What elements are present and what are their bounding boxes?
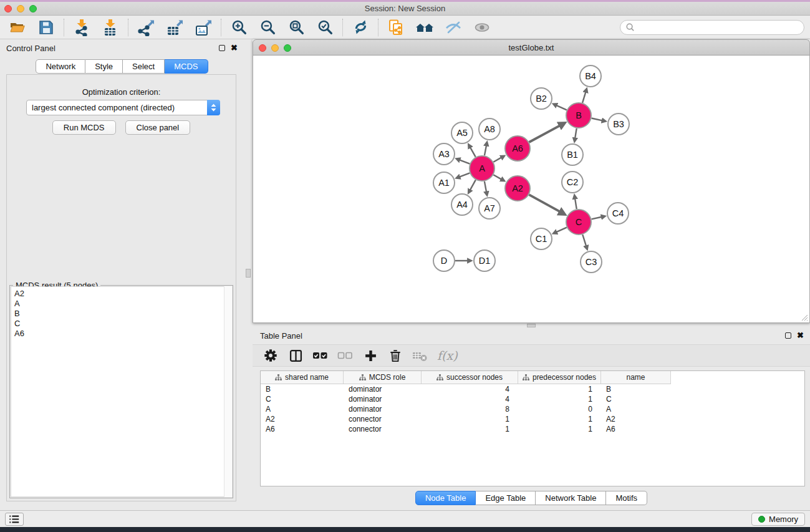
deselect-all-button[interactable] xyxy=(337,347,354,364)
edge-A-A1[interactable] xyxy=(460,173,470,177)
graph-node-C3[interactable]: C3 xyxy=(581,251,602,273)
graph-node-B2[interactable]: B2 xyxy=(531,88,552,109)
zoom-in-button[interactable] xyxy=(229,18,248,37)
edge-B-B1[interactable] xyxy=(575,128,577,138)
delete-table-button[interactable] xyxy=(412,347,428,364)
edge-A-A4[interactable] xyxy=(470,180,476,190)
zoom-out-button[interactable] xyxy=(258,18,277,37)
resize-grip-icon[interactable] xyxy=(801,314,808,321)
graph-node-A7[interactable]: A7 xyxy=(479,198,500,219)
column-header-name[interactable]: name xyxy=(601,371,671,384)
tab-motifs[interactable]: Motifs xyxy=(606,491,647,505)
export-table-button[interactable] xyxy=(165,18,184,37)
select-all-button[interactable] xyxy=(312,347,329,364)
zoom-fit-button[interactable] xyxy=(287,18,306,37)
tab-network-table[interactable]: Network Table xyxy=(536,491,606,505)
refresh-view-button[interactable] xyxy=(351,18,370,37)
add-column-button[interactable] xyxy=(362,347,378,364)
edge-A-A8[interactable] xyxy=(485,145,486,155)
import-table-button[interactable] xyxy=(101,18,120,37)
graph-node-B4[interactable]: B4 xyxy=(580,65,601,87)
export-network-button[interactable] xyxy=(137,18,155,37)
graph-node-D[interactable]: D xyxy=(433,250,455,271)
graph-node-C1[interactable]: C1 xyxy=(531,228,552,249)
edge-A2-C[interactable] xyxy=(529,195,560,212)
close-panel-button[interactable]: Close panel xyxy=(125,120,191,135)
network-graph[interactable]: AA1A2A3A4A5A6A7A8BB1B2B3B4CC1C2C3C4DD1 xyxy=(253,56,809,322)
network-close-button[interactable] xyxy=(259,44,266,52)
open-session-button[interactable] xyxy=(8,18,27,37)
graph-node-B[interactable]: B xyxy=(566,103,591,128)
column-header-successor-nodes[interactable]: successor nodes xyxy=(422,371,518,384)
hide-graphics-details-button[interactable] xyxy=(444,18,463,37)
search-input[interactable] xyxy=(635,22,799,32)
column-header-predecessor-nodes[interactable]: predecessor nodes xyxy=(518,371,601,384)
graph-node-B1[interactable]: B1 xyxy=(562,144,583,165)
tab-mcds[interactable]: MCDS xyxy=(165,59,208,74)
close-window-button[interactable] xyxy=(4,5,12,12)
mcds-result-item[interactable]: A xyxy=(11,299,231,309)
zoom-selected-button[interactable] xyxy=(316,18,334,37)
graph-node-A3[interactable]: A3 xyxy=(433,143,455,165)
optimization-criterion-select[interactable]: largest connected component (directed) xyxy=(26,100,220,115)
graph-node-A8[interactable]: A8 xyxy=(479,118,500,140)
mcds-result-item[interactable]: A6 xyxy=(11,329,231,339)
import-network-button[interactable] xyxy=(72,18,91,37)
export-image-button[interactable] xyxy=(194,18,213,37)
column-header-shared-name[interactable]: shared name xyxy=(261,371,344,384)
table-row[interactable]: Bdominator41B xyxy=(261,384,804,394)
splitter-handle[interactable] xyxy=(246,269,251,278)
graph-node-A[interactable]: A xyxy=(470,156,494,181)
edge-B-B2[interactable] xyxy=(556,105,567,110)
network-canvas[interactable]: AA1A2A3A4A5A6A7A8BB1B2B3B4CC1C2C3C4DD1 xyxy=(253,56,810,323)
column-header-MCDS-role[interactable]: MCDS role xyxy=(344,371,422,384)
show-columns-button[interactable] xyxy=(287,347,304,364)
tab-node-table[interactable]: Node Table xyxy=(415,491,476,505)
edge-B-B3[interactable] xyxy=(592,118,603,120)
edge-A-A3[interactable] xyxy=(460,160,470,163)
task-history-button[interactable] xyxy=(5,513,24,526)
table-row[interactable]: A6connector11A6 xyxy=(261,424,804,434)
table-row[interactable]: A2connector11A2 xyxy=(261,414,804,424)
memory-button[interactable]: Memory xyxy=(751,513,805,526)
graph-node-B3[interactable]: B3 xyxy=(608,114,629,135)
table-settings-button[interactable] xyxy=(263,347,279,364)
edge-A-A2[interactable] xyxy=(493,175,501,179)
table-row[interactable]: Adominator80A xyxy=(261,404,804,414)
table-row[interactable]: Cdominator41C xyxy=(261,394,804,404)
float-panel-icon[interactable] xyxy=(785,332,791,339)
home-layout-button[interactable] xyxy=(415,18,434,37)
splitter-handle[interactable] xyxy=(527,324,536,327)
graph-node-A5[interactable]: A5 xyxy=(451,122,473,143)
function-builder-button[interactable]: f(x) xyxy=(437,349,458,362)
tab-edge-table[interactable]: Edge Table xyxy=(476,491,536,505)
horizontal-splitter[interactable] xyxy=(253,323,810,328)
close-panel-icon[interactable]: ✖ xyxy=(231,45,238,51)
edge-A6-B[interactable] xyxy=(529,125,560,142)
mcds-result-item[interactable]: A2 xyxy=(11,289,231,299)
run-mcds-button[interactable]: Run MCDS xyxy=(52,120,116,135)
network-minimize-button[interactable] xyxy=(271,44,279,52)
graph-node-D1[interactable]: D1 xyxy=(474,250,495,271)
edge-C-C3[interactable] xyxy=(582,235,586,246)
edge-A-A6[interactable] xyxy=(493,157,501,162)
network-zoom-button[interactable] xyxy=(284,44,291,52)
graph-node-A6[interactable]: A6 xyxy=(505,136,530,161)
edge-C-C2[interactable] xyxy=(575,198,577,209)
save-session-button[interactable] xyxy=(37,18,55,37)
float-panel-icon[interactable] xyxy=(219,45,225,51)
edge-A-A7[interactable] xyxy=(485,181,486,192)
tab-select[interactable]: Select xyxy=(123,59,165,74)
zoom-window-button[interactable] xyxy=(29,5,37,12)
delete-column-button[interactable] xyxy=(387,347,403,364)
search-field[interactable] xyxy=(620,20,804,35)
mcds-result-item[interactable]: B xyxy=(11,309,231,319)
tab-network[interactable]: Network xyxy=(36,59,85,74)
duplicate-network-button[interactable] xyxy=(387,18,405,37)
minimize-window-button[interactable] xyxy=(17,5,24,12)
graph-node-C2[interactable]: C2 xyxy=(562,172,583,193)
close-panel-icon[interactable]: ✖ xyxy=(797,332,804,339)
mcds-result-item[interactable]: C xyxy=(11,319,231,329)
graph-node-A2[interactable]: A2 xyxy=(505,176,530,201)
edge-A-A5[interactable] xyxy=(470,147,476,157)
